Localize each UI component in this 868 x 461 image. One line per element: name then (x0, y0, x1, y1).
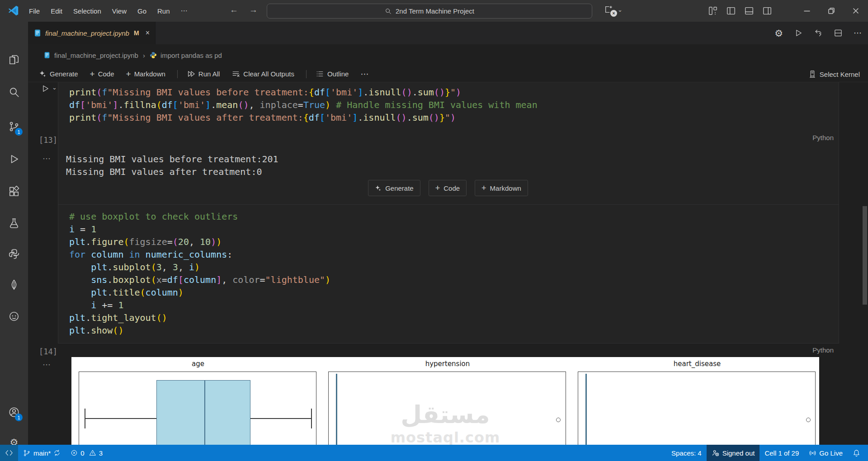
notebook-settings-gear-icon[interactable]: ⚙ (774, 28, 783, 38)
error-count: 0 (80, 449, 84, 457)
add-code-cell-button[interactable]: + Code (90, 69, 114, 79)
tab-close-icon[interactable]: × (146, 29, 150, 37)
status-bar: main* 0 3 Spaces: 4 Signed out Cell 1 of… (0, 445, 868, 461)
nav-forward-arrow[interactable]: → (249, 5, 258, 15)
accounts-icon[interactable]: 1 (0, 405, 28, 419)
toggle-primary-sidebar-icon[interactable] (726, 6, 736, 16)
window-minimize-button[interactable] (797, 0, 817, 22)
subplot-hypertension: hypertension (328, 357, 567, 445)
copilot-status[interactable]: × ⌄ (604, 5, 623, 14)
breadcrumb-separator: › (142, 52, 146, 59)
run-options-chevron-icon[interactable]: ⌄ (52, 84, 57, 91)
menu-selection[interactable]: Selection (68, 7, 107, 15)
median-line (204, 380, 205, 445)
command-center-search[interactable]: 2nd Term Machine Project (267, 4, 592, 19)
open-changes-icon[interactable] (814, 28, 823, 38)
code-cell-14[interactable]: # use boxplot to check outliersi = 1plt.… (58, 204, 839, 343)
title-bar: File Edit Selection View Go Run ⋯ ← → 2n… (0, 0, 868, 22)
execution-count: [14] (39, 347, 57, 356)
warning-count: 3 (99, 449, 103, 457)
extensions-icon[interactable] (0, 184, 28, 199)
breadcrumb-file[interactable]: final_machine_project.ipynb (54, 52, 138, 59)
cell-language-label[interactable]: Python (812, 134, 834, 141)
chevron-down-icon: ⌄ (618, 6, 623, 13)
git-branch-status[interactable]: main* (18, 445, 66, 461)
split-editor-icon[interactable] (834, 28, 843, 38)
menu-file[interactable]: File (24, 7, 45, 15)
subplot-heart_disease: heart_disease (578, 357, 816, 445)
run-cell-button[interactable]: ⌄ (41, 84, 57, 93)
toolbar-more-icon[interactable]: ⋯ (360, 69, 368, 79)
subplot-age: age (79, 357, 317, 445)
menu-run[interactable]: Run (152, 7, 175, 15)
copilot-disabled-badge: × (610, 10, 617, 17)
axes (79, 372, 316, 445)
go-live-button[interactable]: Go Live (804, 445, 848, 461)
vscode-window: { "titlebar": { "menus": ["File", "Edit"… (0, 0, 868, 461)
whisker-cap (85, 409, 85, 428)
signed-out-status[interactable]: Signed out (707, 445, 760, 461)
mongodb-leaf-icon[interactable] (0, 278, 28, 292)
whisker-left (85, 418, 156, 419)
whisker-cap (311, 409, 312, 428)
customize-layout-icon[interactable] (708, 6, 718, 16)
insert-cell-toolbar: Generate + Code + Markdown (28, 180, 868, 196)
indentation-status[interactable]: Spaces: 4 (666, 445, 707, 461)
remote-indicator[interactable] (0, 445, 18, 461)
menu-edit[interactable]: Edit (45, 7, 68, 15)
python-symbol-icon (150, 52, 157, 59)
run-debug-icon[interactable] (0, 152, 28, 166)
outlier-point (556, 418, 561, 422)
explorer-icon[interactable] (0, 52, 28, 67)
insert-code-button[interactable]: + Code (429, 180, 467, 196)
insert-generate-button[interactable]: Generate (368, 180, 420, 196)
whisker-right (250, 418, 311, 419)
select-kernel-button[interactable]: Select Kernel (808, 66, 860, 82)
testing-beaker-icon[interactable] (0, 216, 28, 230)
editor-scrollbar[interactable] (863, 206, 867, 305)
source-control-badge: 1 (15, 128, 23, 136)
axes (328, 372, 566, 445)
output-options-icon[interactable]: ⋯ (42, 360, 51, 370)
editor-actions: ⚙ ⋯ (774, 22, 862, 44)
run-icon[interactable] (794, 28, 803, 38)
search-icon (385, 8, 392, 15)
notifications-bell-icon[interactable] (848, 445, 865, 461)
extension-people-icon[interactable] (0, 309, 28, 324)
toggle-panel-icon[interactable] (744, 6, 754, 16)
window-restore-button[interactable] (821, 0, 842, 22)
menu-more[interactable]: ⋯ (175, 7, 193, 15)
notebook-file-icon (43, 52, 51, 59)
outline-button[interactable]: Outline (316, 70, 349, 78)
axes (578, 372, 816, 445)
cell-position-status[interactable]: Cell 1 of 29 (760, 445, 804, 461)
more-actions-icon[interactable]: ⋯ (854, 28, 862, 38)
tab-final-machine-project[interactable]: final_machine_project.ipynb M × (28, 22, 156, 44)
execution-count: [13] (39, 136, 57, 145)
accounts-badge: 1 (15, 414, 23, 421)
python-icon[interactable] (0, 247, 28, 261)
boxplot-figure-output: agehypertensionheart_disease مستقل mosta… (71, 357, 819, 445)
nav-back-arrow[interactable]: ← (230, 5, 238, 15)
problems-status[interactable]: 0 3 (66, 445, 108, 461)
collapsed-box-line (336, 374, 337, 445)
output-options-icon[interactable]: ⋯ (42, 154, 51, 164)
plus-icon: + (481, 183, 486, 193)
window-close-button[interactable] (845, 0, 866, 22)
subplot-title: age (79, 360, 317, 368)
search-text: 2nd Term Machine Project (396, 7, 474, 15)
run-all-button[interactable]: Run All (187, 70, 220, 78)
notebook-file-icon (33, 29, 42, 37)
layout-controls (708, 6, 772, 16)
menu-go[interactable]: Go (132, 7, 152, 15)
menu-view[interactable]: View (107, 7, 132, 15)
cell-language-label[interactable]: Python (812, 346, 834, 354)
source-control-icon[interactable]: 1 (0, 119, 28, 134)
search-sidebar-icon[interactable] (0, 85, 28, 99)
breadcrumb-symbol[interactable]: import pandas as pd (160, 52, 222, 59)
insert-markdown-button[interactable]: + Markdown (475, 180, 528, 196)
add-markdown-cell-button[interactable]: + Markdown (126, 69, 165, 79)
generate-button[interactable]: Generate (39, 70, 78, 78)
toggle-secondary-sidebar-icon[interactable] (762, 6, 772, 16)
clear-all-outputs-button[interactable]: Clear All Outputs (231, 70, 294, 78)
